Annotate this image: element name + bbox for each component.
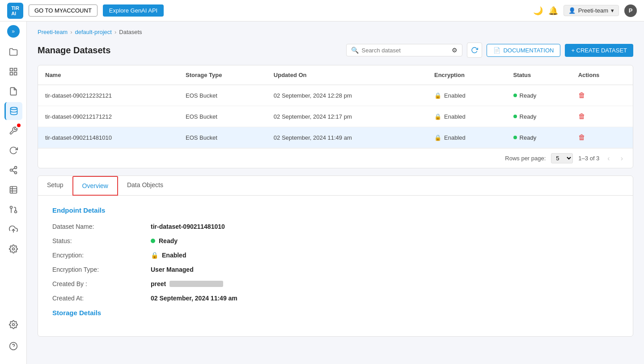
user-menu-button[interactable]: 👤 Preeti-team ▾	[564, 5, 619, 16]
detail-panel: Setup Overview Data Objects Endpoint Det…	[38, 176, 633, 337]
breadcrumb-team[interactable]: Preeti-team	[38, 29, 68, 35]
sidebar-item-settings[interactable]	[4, 316, 22, 334]
create-dataset-button[interactable]: + CREATE DATASET	[565, 44, 633, 57]
table-row[interactable]: tir-dataset-090212171212 EOS Bucket 02 S…	[38, 106, 633, 127]
theme-toggle-button[interactable]: 🌙	[533, 6, 543, 16]
go-to-myaccount-button[interactable]: GO TO MYACCOUNT	[29, 4, 97, 17]
prev-page-button[interactable]: ‹	[605, 154, 612, 163]
datasets-table: Name Storage Type Updated On Encryption …	[38, 65, 633, 148]
avatar[interactable]: P	[624, 4, 637, 17]
sidebar-item-refresh[interactable]	[4, 141, 22, 159]
breadcrumb-sep-2: ›	[114, 29, 116, 35]
search-icon: 🔍	[351, 47, 359, 54]
detail-row-encryption: Encryption: 🔒 Enabled	[52, 252, 619, 259]
filter-icon[interactable]: ⚙	[452, 47, 458, 54]
sidebar-item-tools[interactable]	[4, 122, 22, 140]
cell-storage-type: EOS Bucket	[178, 85, 267, 106]
field-value-encryption: 🔒 Enabled	[151, 252, 186, 259]
rows-per-page-label: Rows per page:	[505, 155, 546, 162]
cell-actions: 🗑	[571, 106, 633, 127]
field-label-status: Status:	[52, 237, 151, 244]
breadcrumb-project[interactable]: default-project	[75, 29, 112, 35]
field-value-created-by: preet	[151, 280, 223, 287]
svg-point-18	[12, 248, 14, 250]
detail-tabs: Setup Overview Data Objects	[38, 176, 633, 196]
sidebar-item-dashboard[interactable]	[4, 63, 22, 81]
svg-rect-2	[14, 73, 17, 75]
documentation-button[interactable]: 📄 DOCUMENTATION	[487, 44, 560, 57]
table-body: tir-dataset-090212232121 EOS Bucket 02 S…	[38, 85, 633, 148]
breadcrumb-current: Datasets	[119, 29, 142, 35]
table-row[interactable]: tir-dataset-090211481010 EOS Bucket 02 S…	[38, 127, 633, 148]
chevron-down-icon: ▾	[611, 7, 614, 14]
explore-genai-button[interactable]: Explore GenAI API	[103, 4, 164, 17]
sidebar-item-upload[interactable]	[4, 220, 22, 238]
field-value-encryption-type: User Managed	[151, 266, 194, 273]
next-page-button[interactable]: ›	[618, 154, 626, 163]
docs-icon: 📄	[493, 47, 500, 54]
col-actions: Actions	[571, 65, 633, 85]
table-header: Name Storage Type Updated On Encryption …	[38, 65, 633, 85]
status-dot	[513, 115, 517, 118]
sidebar-item-settings-gear[interactable]	[4, 240, 22, 258]
svg-point-15	[10, 206, 12, 209]
sidebar-item-help[interactable]	[4, 337, 22, 355]
storage-details-title: Storage Details	[52, 309, 619, 317]
lock-icon: 🔒	[434, 134, 441, 141]
detail-row-name: Dataset Name: tir-dataset-090211481010	[52, 223, 619, 230]
page-header: Manage Datasets 🔍 ⚙ 📄 DOCUMENTATION + CR…	[38, 43, 633, 58]
notifications-button[interactable]: 🔔	[548, 6, 558, 16]
field-value-name: tir-dataset-090211481010	[151, 223, 225, 230]
field-label-encryption-type: Encryption Type:	[52, 266, 151, 273]
main-content: Preeti-team › default-project › Datasets…	[27, 21, 644, 364]
delete-button[interactable]: 🗑	[578, 91, 585, 99]
field-label-created-by: Created By :	[52, 280, 151, 287]
sidebar-item-file[interactable]	[4, 82, 22, 100]
rows-per-page-select[interactable]: 5 10 25	[551, 153, 573, 163]
user-name-label: Preeti-team	[578, 7, 608, 14]
col-status: Status	[506, 65, 571, 85]
field-label-name: Dataset Name:	[52, 223, 151, 230]
field-value-status: Ready	[151, 237, 178, 244]
pagination-info: 1–3 of 3	[578, 155, 599, 162]
cell-encryption: 🔒 Enabled	[427, 127, 506, 148]
sidebar: »	[0, 21, 27, 364]
pagination: Rows per page: 5 10 25 1–3 of 3 ‹ ›	[38, 148, 633, 168]
cell-storage-type: EOS Bucket	[178, 127, 267, 148]
page-title: Manage Datasets	[38, 45, 110, 56]
field-label-encryption: Encryption:	[52, 252, 151, 259]
status-dot	[513, 136, 517, 139]
sidebar-item-folder[interactable]	[4, 43, 22, 61]
svg-point-4	[11, 107, 17, 110]
detail-row-status: Status: Ready	[52, 237, 619, 244]
cell-storage-type: EOS Bucket	[178, 106, 267, 127]
col-encryption: Encryption	[427, 65, 506, 85]
sidebar-item-table[interactable]	[4, 181, 22, 199]
delete-button[interactable]: 🗑	[578, 112, 585, 120]
svg-point-5	[14, 167, 17, 169]
detail-content: Endpoint Details Dataset Name: tir-datas…	[38, 196, 633, 336]
svg-rect-0	[10, 69, 13, 71]
sidebar-toggle-button[interactable]: »	[7, 25, 20, 38]
delete-button[interactable]: 🗑	[578, 133, 585, 141]
lock-icon: 🔒	[151, 252, 158, 259]
cell-updated-on: 02 September, 2024 11:49 am	[267, 127, 427, 148]
cell-encryption: 🔒 Enabled	[427, 85, 506, 106]
tab-overview[interactable]: Overview	[72, 176, 118, 196]
cell-updated-on: 02 September, 2024 12:28 pm	[267, 85, 427, 106]
tab-data-objects[interactable]: Data Objects	[118, 176, 172, 195]
svg-line-8	[12, 171, 15, 172]
search-box: 🔍 ⚙	[346, 44, 462, 56]
search-input[interactable]	[361, 47, 449, 54]
col-name: Name	[38, 65, 178, 85]
refresh-button[interactable]	[467, 43, 482, 58]
table-row[interactable]: tir-dataset-090212232121 EOS Bucket 02 S…	[38, 85, 633, 106]
logo-icon: TIRAI	[7, 3, 23, 19]
detail-row-encryption-type: Encryption Type: User Managed	[52, 266, 619, 273]
blurred-value	[169, 281, 223, 287]
sidebar-item-datasets[interactable]	[4, 102, 22, 120]
sidebar-item-nodes[interactable]	[4, 161, 22, 179]
cell-name: tir-dataset-090212171212	[38, 106, 178, 127]
tab-setup[interactable]: Setup	[38, 176, 72, 195]
sidebar-item-split[interactable]	[4, 201, 22, 218]
